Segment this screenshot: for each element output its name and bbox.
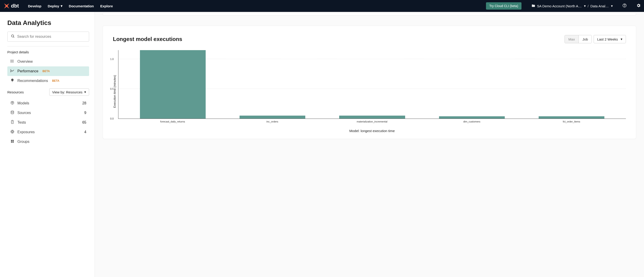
search-icon — [11, 34, 15, 39]
card-title: Longest model executions — [113, 36, 182, 42]
resource-item-groups[interactable]: Groups — [7, 137, 89, 146]
bar[interactable] — [539, 116, 604, 118]
resource-item-tests[interactable]: Tests 65 — [7, 118, 89, 127]
brand-logo[interactable]: dbt — [3, 2, 19, 10]
sidebar-item-performance[interactable]: Performance BETA — [7, 66, 89, 76]
svg-point-1 — [624, 6, 624, 6]
grid-icon — [10, 139, 15, 144]
lightbulb-icon — [10, 78, 15, 83]
nav-explore[interactable]: Explore — [100, 4, 113, 8]
gear-icon[interactable] — [636, 3, 641, 9]
resource-count: 65 — [82, 120, 86, 124]
resource-label: Groups — [18, 140, 29, 144]
svg-point-9 — [11, 62, 11, 62]
nav-documentation[interactable]: Documentation — [69, 4, 94, 8]
sidebar: Data Analytics Project details Overview … — [0, 12, 95, 277]
bar[interactable] — [240, 116, 305, 118]
chevron-down-icon[interactable]: ▾ — [584, 4, 586, 8]
dbt-logo-icon — [3, 2, 10, 10]
crosshair-icon — [10, 130, 15, 134]
toggle-max-button[interactable]: Max — [565, 35, 578, 43]
chevron-down-icon: ▾ — [84, 90, 86, 94]
svg-point-8 — [11, 61, 11, 61]
x-ticks: forecast_daily_returnsinc_ordersmaterial… — [118, 119, 626, 123]
beta-badge: BETA — [42, 70, 50, 73]
x-axis-label: Model: longest execution time — [118, 129, 626, 133]
bar-dim_customers — [422, 50, 522, 118]
nav-links: Develop Deploy▾ Documentation Explore — [28, 4, 113, 8]
time-range-select[interactable]: Last 2 Weeks ▾ — [594, 35, 626, 43]
chevron-down-icon[interactable]: ▾ — [611, 4, 613, 8]
bar[interactable] — [439, 116, 505, 118]
sidebar-item-label: Performance — [18, 69, 38, 73]
bar[interactable] — [339, 116, 405, 118]
plot-area: 0.00.51.0 — [118, 50, 626, 119]
cube-icon — [10, 101, 15, 106]
resource-list: Models 28 Sources 9 Tests 65 Exposures 4… — [7, 98, 89, 146]
breadcrumb-separator: / — [588, 4, 588, 8]
resource-item-exposures[interactable]: Exposures 4 — [7, 127, 89, 137]
resource-count: 4 — [84, 130, 86, 134]
bar[interactable] — [140, 50, 206, 118]
y-axis-label: Execution time (minutes) — [113, 75, 116, 108]
resource-item-sources[interactable]: Sources 9 — [7, 108, 89, 118]
card-controls: Max Job Last 2 Weeks ▾ — [564, 35, 626, 43]
chart: Execution time (minutes) 0.00.51.0 forec… — [113, 50, 626, 133]
nav-develop[interactable]: Develop — [28, 4, 41, 8]
try-cloud-cli-button[interactable]: Try Cloud CLI (beta) — [486, 2, 521, 10]
beta-badge: BETA — [52, 79, 59, 82]
chevron-down-icon: ▾ — [621, 37, 622, 41]
top-nav: dbt Develop Deploy▾ Documentation Explor… — [0, 0, 644, 12]
y-tick: 1.0 — [110, 58, 114, 60]
svg-line-3 — [14, 37, 14, 38]
resource-count: 9 — [84, 111, 86, 115]
section-resources: Resources — [7, 90, 24, 94]
x-tick: dim_customers — [422, 120, 522, 123]
chevron-down-icon: ▾ — [61, 4, 62, 8]
x-tick: fct_order_items — [522, 120, 621, 123]
svg-point-10 — [11, 111, 14, 112]
resource-label: Sources — [18, 111, 31, 115]
resource-label: Exposures — [18, 130, 35, 134]
resource-item-models[interactable]: Models 28 — [7, 98, 89, 108]
svg-point-7 — [11, 60, 11, 60]
bar-materialization_incremental — [322, 50, 422, 118]
breadcrumb: SA Demo Account (North A… ▾ / Data Anal…… — [532, 4, 613, 8]
bar-inc_orders — [222, 50, 322, 118]
resource-label: Tests — [18, 120, 26, 124]
help-icon[interactable] — [622, 4, 626, 9]
x-tick: inc_orders — [222, 120, 322, 123]
nav-deploy[interactable]: Deploy▾ — [48, 4, 62, 8]
toggle-job-button[interactable]: Job — [578, 35, 592, 43]
chart-line-icon — [10, 69, 15, 74]
search-input[interactable] — [7, 32, 89, 42]
time-range-label: Last 2 Weeks — [597, 37, 618, 41]
breadcrumb-project[interactable]: Data Anal… — [590, 4, 609, 8]
resource-count: 28 — [82, 101, 86, 105]
y-tick: 0.5 — [110, 88, 114, 90]
sidebar-item-overview[interactable]: Overview — [7, 57, 89, 66]
svg-rect-19 — [12, 140, 14, 141]
sidebar-item-label: Overview — [18, 60, 33, 64]
divider — [7, 46, 89, 46]
view-by-label: View by: Resources — [52, 90, 82, 94]
resource-label: Models — [18, 101, 29, 105]
page-title: Data Analytics — [7, 19, 89, 26]
metric-toggle: Max Job — [564, 35, 592, 43]
x-tick: forecast_daily_returns — [123, 120, 222, 123]
sidebar-item-label: Recommendations — [18, 79, 48, 83]
main-content: Longest model executions Max Job Last 2 … — [95, 12, 644, 277]
folder-icon — [532, 4, 535, 8]
bar-forecast_daily_returns — [123, 50, 222, 118]
search-field[interactable] — [17, 34, 86, 39]
clipboard-check-icon — [10, 120, 15, 125]
longest-executions-card: Longest model executions Max Job Last 2 … — [102, 26, 636, 139]
svg-point-13 — [12, 131, 13, 132]
database-icon — [10, 110, 15, 116]
svg-point-2 — [12, 35, 14, 37]
sidebar-item-recommendations[interactable]: Recommendations BETA — [7, 76, 89, 86]
breadcrumb-account[interactable]: SA Demo Account (North A… — [537, 4, 582, 8]
brand-name: dbt — [11, 3, 19, 9]
list-icon — [10, 59, 15, 64]
view-by-select[interactable]: View by: Resources ▾ — [49, 88, 89, 96]
